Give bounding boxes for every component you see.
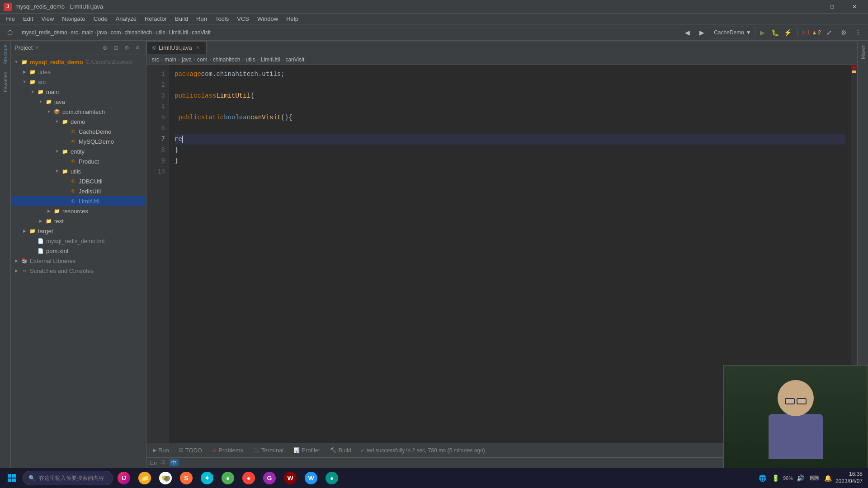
breadcrumb-chinahitech[interactable]: chinahitech — [124, 29, 152, 36]
menu-item-navigate[interactable]: Navigate — [58, 14, 89, 23]
back-button[interactable]: ◀ — [681, 26, 693, 39]
run-button[interactable]: ▶ — [757, 27, 768, 38]
tree-item-resources[interactable]: 📁 resources — [11, 206, 146, 216]
forward-button[interactable]: ▶ — [695, 26, 708, 39]
debug-button[interactable]: 🐛 — [770, 27, 781, 38]
network-icon[interactable]: 🌐 — [757, 473, 768, 483]
menu-item-refactor[interactable]: Refactor — [141, 14, 170, 23]
expand-button[interactable]: ⤢ — [823, 26, 835, 39]
breadcrumb-java[interactable]: java — [97, 29, 107, 36]
taskbar-app-purple[interactable]: G — [259, 468, 279, 488]
breadcrumb-src[interactable]: src — [71, 29, 78, 36]
menu-item-code[interactable]: Code — [90, 14, 111, 23]
breadcrumb-utils[interactable]: utils — [156, 29, 165, 36]
tree-item-cachedemo[interactable]: © CacheDemo — [11, 127, 146, 136]
breadcrumb-limitutil[interactable]: LimitUtil — [169, 29, 188, 36]
start-button[interactable] — [2, 468, 22, 488]
taskbar-app-blue2[interactable]: W — [301, 468, 321, 488]
terminal-tab[interactable]: ⬛ Terminal — [249, 445, 288, 455]
sidebar-settings-button[interactable]: ⚙ — [122, 43, 132, 53]
tree-item-src[interactable]: 📁 src — [11, 77, 146, 87]
menu-item-edit[interactable]: Edit — [19, 14, 37, 23]
tree-item-entity[interactable]: 📁 entity — [11, 146, 146, 156]
tree-item-limitutil[interactable]: © LimitUtil — [11, 196, 146, 206]
tree-item-java[interactable]: 📁 java — [11, 97, 146, 107]
tree-item-jedisutil[interactable]: © JedisUtil — [11, 186, 146, 196]
taskbar-app-orange[interactable]: S — [176, 468, 196, 488]
bc-limitutil[interactable]: LimitUtil — [261, 56, 280, 63]
sidebar-collapse-button[interactable]: ⊟ — [111, 43, 121, 53]
run-config-dropdown[interactable]: CacheDemo ▼ — [710, 27, 755, 38]
menu-item-file[interactable]: File — [2, 14, 19, 23]
menu-item-vcs[interactable]: VCS — [233, 14, 253, 23]
bc-com[interactable]: com — [197, 56, 208, 63]
tree-item-demo[interactable]: 📁 demo — [11, 117, 146, 127]
taskbar-app-green[interactable]: ● — [218, 468, 238, 488]
taskbar-app-teal[interactable]: ✦ — [197, 468, 217, 488]
tab-limitutil[interactable]: © LimitUtil.java ✕ — [146, 41, 207, 54]
bc-src[interactable]: src — [152, 56, 159, 63]
tree-item-jdbcutil[interactable]: © JDBCUtil — [11, 176, 146, 186]
tree-item-iml[interactable]: 📄 mysql_redis_demo.iml — [11, 236, 146, 246]
tab-close-button[interactable]: ✕ — [195, 45, 201, 51]
structure-panel-label[interactable]: Structure — [2, 41, 9, 68]
minimize-button[interactable]: ─ — [800, 0, 820, 14]
tree-item-com[interactable]: 📦 com.chinahitech — [11, 107, 146, 117]
menu-item-tools[interactable]: Tools — [212, 14, 232, 23]
project-panel-title[interactable]: Project ▼ — [14, 44, 39, 51]
bc-utils[interactable]: utils — [245, 56, 255, 63]
run-tab[interactable]: ▶ Run — [148, 445, 174, 455]
menu-item-analyze[interactable]: Analyze — [112, 14, 140, 23]
language-indicator[interactable]: En — [150, 460, 157, 466]
tree-item-test[interactable]: 📁 test — [11, 216, 146, 226]
tree-item-scratches[interactable]: ✏ Scratches and Consoles — [11, 266, 146, 276]
menu-item-view[interactable]: View — [38, 14, 57, 23]
bc-canvisit[interactable]: canVisit — [285, 56, 304, 63]
tree-item-product[interactable]: © Product — [11, 156, 146, 166]
maven-panel-label[interactable]: Maven — [859, 41, 867, 63]
taskbar-search[interactable]: 🔍 在这里输入你要搜索的内容 — [23, 471, 113, 485]
problems-tab[interactable]: ⚠ Problems — [208, 445, 248, 455]
ime-indicator[interactable]: 中 — [170, 459, 179, 467]
sidebar-hide-button[interactable]: ✕ — [132, 43, 142, 53]
breadcrumb-project[interactable]: mysql_redis_demo — [22, 29, 67, 36]
taskbar-app-idea[interactable]: IJ — [114, 468, 134, 488]
close-button[interactable]: ✕ — [844, 0, 864, 14]
bc-main[interactable]: main — [165, 56, 176, 63]
menu-item-run[interactable]: Run — [193, 14, 211, 23]
taskbar-app-teal2[interactable]: ● — [322, 468, 342, 488]
battery-icon[interactable]: 🔋 — [770, 473, 781, 483]
tree-item-mysqldemo[interactable]: © MySQLDemo — [11, 136, 146, 146]
breadcrumb-com[interactable]: com — [111, 29, 121, 36]
menu-item-help[interactable]: Help — [283, 14, 302, 23]
breadcrumb-canvisit[interactable]: canVisit — [192, 29, 211, 36]
taskbar-app-explorer[interactable]: 📁 — [135, 468, 155, 488]
keyboard-icon[interactable]: ⌨ — [808, 473, 821, 483]
menu-item-build[interactable]: Build — [171, 14, 192, 23]
tree-item-idea[interactable]: 📁 .idea — [11, 67, 146, 77]
taskbar-clock[interactable]: 16:38 2023/04/07 — [835, 471, 863, 485]
sidebar-locate-button[interactable]: ⊕ — [100, 43, 110, 53]
tree-item-target[interactable]: 📁 target — [11, 226, 146, 236]
coverage-button[interactable]: ⚡ — [783, 27, 793, 38]
toolbar-project-icon[interactable]: ⬡ — [4, 26, 16, 39]
profiler-tab[interactable]: 📊 Profiler — [289, 445, 325, 455]
notifications-tray-icon[interactable]: 🔔 — [822, 473, 834, 483]
bc-java[interactable]: java — [182, 56, 192, 63]
build-tab[interactable]: 🔨 Build — [326, 445, 356, 455]
menu-item-window[interactable]: Window — [254, 14, 282, 23]
speaker-icon[interactable]: 🔊 — [795, 473, 806, 483]
tree-item-ext-libs[interactable]: 📚 External Libraries — [11, 256, 146, 266]
taskbar-app-darkred[interactable]: W — [280, 468, 300, 488]
todo-tab[interactable]: ☑ TODO — [175, 445, 207, 455]
tree-item-main[interactable]: 📁 main — [11, 87, 146, 97]
tree-item-root[interactable]: 📁 mysql_redis_demo C:\Users\liu\Desktop\ — [11, 57, 146, 67]
half-width-indicator[interactable]: 半 — [160, 459, 166, 467]
maximize-button[interactable]: □ — [822, 0, 842, 14]
taskbar-app-chrome[interactable] — [156, 468, 175, 488]
tree-item-utils[interactable]: 📁 utils — [11, 166, 146, 176]
bc-chinahitech[interactable]: chinahitech — [213, 56, 241, 63]
taskbar-app-red[interactable]: ● — [239, 468, 259, 488]
tree-item-pom[interactable]: 📄 pom.xml — [11, 246, 146, 256]
breadcrumb-main[interactable]: main — [82, 29, 94, 36]
